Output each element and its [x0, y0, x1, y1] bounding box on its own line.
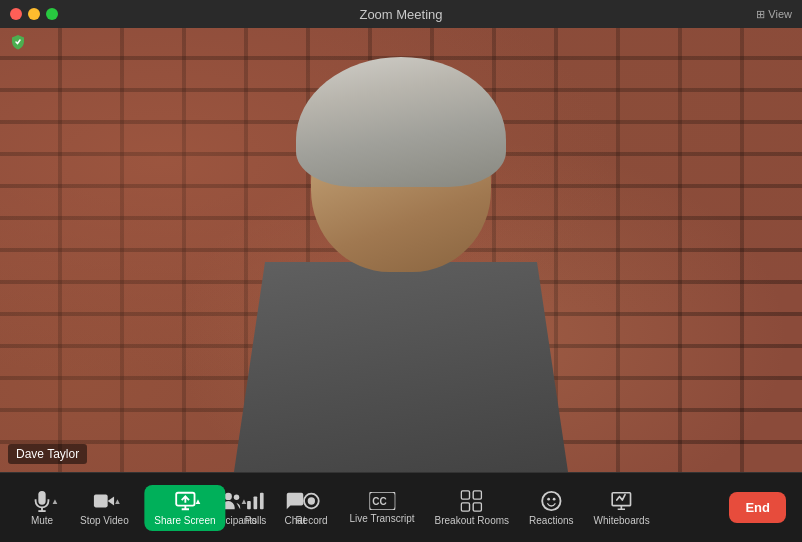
whiteboards-button[interactable]: Whiteboards — [586, 485, 658, 531]
breakout-rooms-button[interactable]: Breakout Rooms — [427, 485, 517, 531]
svg-rect-15 — [474, 490, 482, 498]
mute-button[interactable]: ▲ Mute — [16, 485, 68, 531]
shield-icon — [10, 34, 26, 50]
reactions-icon — [540, 490, 562, 512]
live-transcript-label: Live Transcript — [350, 513, 415, 524]
svg-text:CC: CC — [372, 496, 386, 507]
window-controls — [10, 8, 58, 20]
polls-label: Polls — [245, 515, 267, 526]
live-transcript-button[interactable]: CC Live Transcript — [342, 487, 423, 529]
title-bar: Zoom Meeting ⊞ View — [0, 0, 802, 28]
body — [231, 262, 571, 472]
breakout-icon — [461, 490, 483, 512]
reactions-button[interactable]: Reactions — [521, 485, 581, 531]
view-button[interactable]: ⊞ View — [756, 8, 792, 21]
svg-point-11 — [308, 497, 315, 504]
video-icon — [93, 490, 115, 512]
video-area: Dave Taylor — [0, 28, 802, 472]
svg-point-20 — [553, 497, 556, 500]
svg-rect-7 — [247, 501, 251, 509]
person-shape — [191, 52, 611, 472]
window-title: Zoom Meeting — [359, 7, 442, 22]
polls-button[interactable]: Polls — [230, 485, 282, 531]
svg-rect-14 — [462, 490, 470, 498]
minimize-button[interactable] — [28, 8, 40, 20]
share-screen-icon — [174, 490, 196, 512]
breakout-rooms-label: Breakout Rooms — [435, 515, 509, 526]
mute-chevron: ▲ — [51, 496, 59, 505]
cc-icon: CC — [369, 492, 395, 510]
video-chevron: ▲ — [113, 496, 121, 505]
record-button[interactable]: Record — [286, 485, 338, 531]
share-screen-button[interactable]: ▲ Share Screen — [144, 485, 225, 531]
security-badge — [10, 34, 26, 50]
stop-video-label: Stop Video — [80, 515, 129, 526]
svg-point-18 — [542, 491, 560, 509]
whiteboards-label: Whiteboards — [594, 515, 650, 526]
svg-rect-17 — [474, 502, 482, 510]
svg-rect-8 — [254, 496, 258, 509]
stop-video-button[interactable]: ▲ Stop Video — [72, 485, 137, 531]
participant-video — [0, 28, 802, 472]
record-icon — [301, 490, 323, 512]
svg-point-19 — [547, 497, 550, 500]
toolbar-center: ▲ Share Screen Polls Rec — [144, 485, 657, 531]
close-button[interactable] — [10, 8, 22, 20]
polls-icon — [245, 490, 267, 512]
participant-name: Dave Taylor — [8, 444, 87, 464]
svg-rect-16 — [462, 502, 470, 510]
mute-label: Mute — [31, 515, 53, 526]
toolbar: ▲ Mute ▲ Stop Video — [0, 472, 802, 542]
svg-rect-9 — [260, 492, 264, 509]
toolbar-right: End — [729, 492, 786, 523]
mute-icon — [31, 490, 53, 512]
maximize-button[interactable] — [46, 8, 58, 20]
reactions-label: Reactions — [529, 515, 573, 526]
record-label: Record — [295, 515, 327, 526]
share-screen-chevron: ▲ — [194, 496, 202, 505]
share-screen-label: Share Screen — [154, 515, 215, 526]
hair — [296, 57, 506, 187]
whiteboard-icon — [611, 490, 633, 512]
end-button[interactable]: End — [729, 492, 786, 523]
svg-rect-3 — [94, 494, 108, 507]
head — [311, 72, 491, 272]
